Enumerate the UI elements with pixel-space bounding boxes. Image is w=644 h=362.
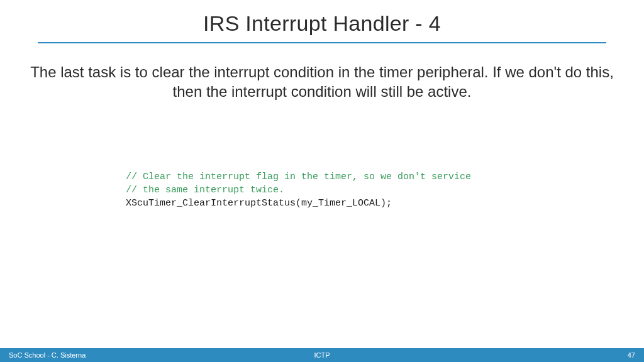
slide-title: IRS Interrupt Handler - 4	[0, 0, 644, 36]
code-block: // Clear the interrupt flag in the timer…	[126, 170, 644, 210]
footer-bar: SoC School - C. Sisterna ICTP 47	[0, 348, 644, 362]
code-statement: XScuTimer_ClearInterruptStatus(my_Timer_…	[126, 197, 644, 210]
code-comment-line: // the same interrupt twice.	[126, 184, 644, 197]
footer-center: ICTP	[0, 351, 644, 359]
slide: IRS Interrupt Handler - 4 The last task …	[0, 0, 644, 362]
footer-left: SoC School - C. Sisterna	[9, 351, 86, 359]
slide-body: The last task is to clear the interrupt …	[25, 62, 619, 101]
code-comment-line: // Clear the interrupt flag in the timer…	[126, 170, 644, 184]
title-rule	[38, 42, 606, 43]
page-number: 47	[628, 351, 635, 359]
